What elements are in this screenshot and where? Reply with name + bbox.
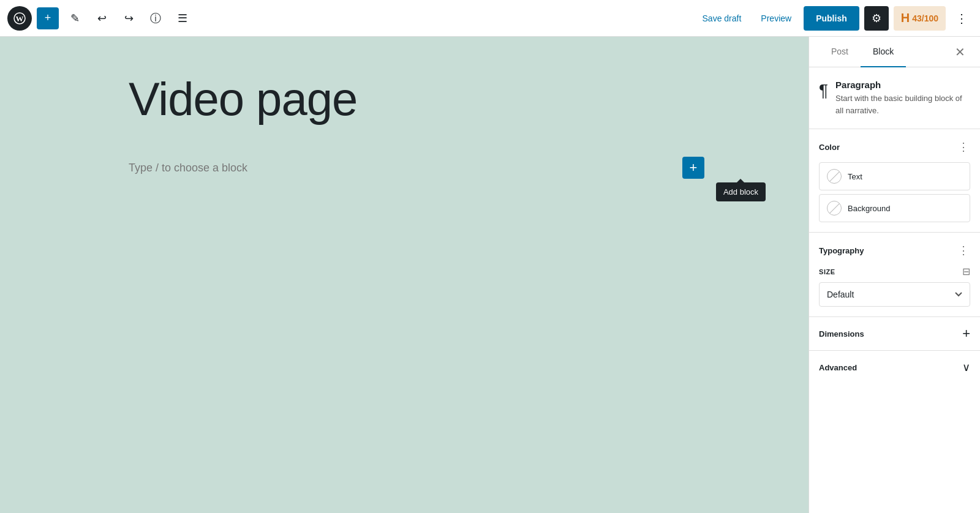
sidebar: Post Block ✕ ¶ Paragraph Start with the …: [809, 37, 980, 513]
wp-logo: W: [7, 6, 32, 31]
editor-content: Video page Type / to choose a block + Ad…: [129, 73, 680, 174]
text-color-label: Text: [848, 172, 862, 181]
settings-button[interactable]: ⚙: [864, 6, 889, 31]
block-description: Start with the basic building block of a…: [835, 92, 970, 116]
chevron-down-icon: ∨: [962, 361, 970, 373]
typography-section-title: Typography: [819, 246, 864, 255]
info-button[interactable]: ⓘ: [145, 7, 167, 29]
tab-post[interactable]: Post: [819, 37, 861, 67]
advanced-section: Advanced ∨: [809, 351, 980, 384]
typography-menu-icon: ⋮: [958, 244, 969, 256]
editor-area: Video page Type / to choose a block + Ad…: [0, 37, 809, 513]
text-color-option[interactable]: Text: [819, 162, 970, 190]
block-info-text: Paragraph Start with the basic building …: [835, 80, 970, 116]
redo-icon: ↪: [124, 12, 134, 25]
advanced-header: Advanced ∨: [819, 361, 970, 374]
undo-button[interactable]: ↩: [91, 7, 113, 29]
placeholder-text: Type / to choose a block: [129, 162, 247, 174]
svg-text:W: W: [16, 14, 24, 23]
save-draft-button[interactable]: Save draft: [695, 9, 749, 28]
tab-block[interactable]: Block: [861, 37, 906, 67]
list-view-button[interactable]: ☰: [172, 7, 194, 29]
text-color-circle: [827, 169, 842, 184]
topbar-right: Save draft Preview Publish ⚙ H 43/100 ⋮: [695, 6, 973, 31]
color-section-menu-button[interactable]: ⋮: [957, 139, 970, 155]
close-sidebar-button[interactable]: ✕: [950, 37, 970, 67]
size-header: SIZE ⊟: [819, 266, 970, 277]
advanced-title: Advanced: [819, 363, 857, 372]
close-icon: ✕: [955, 45, 965, 59]
info-icon: ⓘ: [150, 11, 161, 26]
add-block-plus-icon: +: [690, 160, 698, 176]
background-color-label: Background: [848, 204, 890, 213]
block-name: Paragraph: [835, 80, 970, 90]
font-size-select[interactable]: Default Small Medium Large Extra Large: [819, 282, 970, 307]
page-title[interactable]: Video page: [129, 73, 680, 125]
background-color-option[interactable]: Background: [819, 194, 970, 222]
color-section-header: Color ⋮: [819, 139, 970, 155]
typography-section: Typography ⋮ SIZE ⊟ Default Small Medium…: [809, 233, 980, 317]
color-section-title: Color: [819, 143, 840, 152]
add-block-tooltip: Add block: [716, 182, 766, 201]
typography-section-menu-button[interactable]: ⋮: [957, 242, 970, 258]
sliders-icon: ⊟: [962, 266, 970, 277]
advanced-toggle-button[interactable]: ∨: [962, 361, 970, 374]
topbar: W + ✎ ↩ ↪ ⓘ ☰ Save draft Preview Publish…: [0, 0, 980, 37]
block-placeholder: Type / to choose a block + Add block: [129, 162, 680, 174]
gear-icon: ⚙: [872, 12, 881, 25]
add-block-toolbar-button[interactable]: +: [37, 7, 59, 29]
block-info: ¶ Paragraph Start with the basic buildin…: [809, 67, 980, 129]
typography-section-header: Typography ⋮: [819, 242, 970, 258]
size-label: SIZE: [819, 268, 835, 275]
format-tools-button[interactable]: ✎: [64, 7, 86, 29]
color-menu-icon: ⋮: [958, 141, 969, 153]
dimensions-title: Dimensions: [819, 329, 864, 339]
score-value: 43/100: [912, 13, 938, 23]
more-options-button[interactable]: ⋮: [951, 7, 973, 29]
dimensions-header: Dimensions +: [819, 327, 970, 340]
dimensions-section: Dimensions +: [809, 317, 980, 351]
redo-button[interactable]: ↪: [118, 7, 140, 29]
plus-icon: +: [45, 12, 51, 24]
paragraph-icon: ¶: [819, 81, 828, 100]
main-layout: Video page Type / to choose a block + Ad…: [0, 37, 980, 513]
add-block-button[interactable]: +: [682, 157, 704, 179]
list-icon: ☰: [178, 12, 187, 25]
ellipsis-vertical-icon: ⋮: [956, 11, 968, 26]
undo-icon: ↩: [97, 12, 107, 25]
size-controls-button[interactable]: ⊟: [962, 266, 970, 277]
background-color-circle: [827, 201, 842, 215]
pen-icon: ✎: [70, 12, 80, 25]
dimensions-add-button[interactable]: +: [962, 327, 970, 340]
publish-button[interactable]: Publish: [804, 6, 859, 31]
preview-button[interactable]: Preview: [753, 9, 799, 28]
color-section: Color ⋮ Text Background: [809, 129, 980, 233]
score-h-letter: H: [901, 11, 910, 25]
score-badge[interactable]: H 43/100: [894, 6, 946, 31]
sidebar-tabs: Post Block ✕: [809, 37, 980, 67]
plus-dimensions-icon: +: [962, 326, 970, 341]
